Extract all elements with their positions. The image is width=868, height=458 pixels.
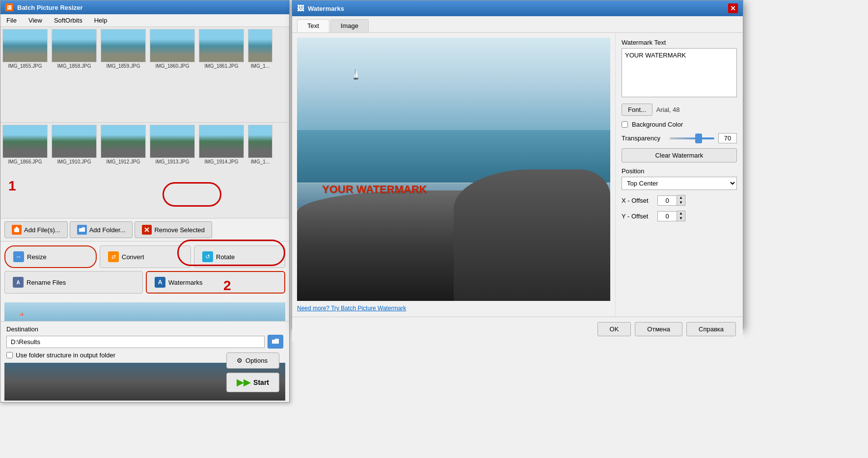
- list-item[interactable]: IMG_1855.JPG: [0, 27, 50, 122]
- list-item[interactable]: IMG_1859.JPG: [99, 27, 148, 122]
- rename-files-button[interactable]: A Rename Files: [4, 271, 143, 294]
- x-offset-up-button[interactable]: ▲: [677, 195, 685, 200]
- destination-input[interactable]: [6, 336, 265, 348]
- dialog-right-panel: Watermark Text YOUR WATERMARK Font... Ar…: [615, 33, 743, 317]
- list-item[interactable]: IMG_1858.JPG: [50, 27, 99, 122]
- font-button[interactable]: Font...: [622, 104, 652, 116]
- thumb-label: IMG_1860.JPG: [156, 63, 190, 69]
- bgcolor-row: Background Color: [622, 121, 737, 128]
- thumbnail-strip-2: IMG_1866.JPG IMG_1910.JPG IMG_1912.JPG I…: [0, 123, 289, 218]
- bgcolor-checkbox[interactable]: [622, 121, 628, 128]
- position-section: Position Top Center Top Left Top Right C…: [622, 167, 737, 190]
- folder-structure-checkbox[interactable]: [6, 352, 13, 358]
- options-button[interactable]: ⚙ Options: [226, 352, 279, 369]
- tab-image[interactable]: Image: [330, 19, 369, 32]
- position-label: Position: [622, 167, 737, 175]
- list-item[interactable]: IMG_1861.JPG: [197, 27, 246, 122]
- tab-text[interactable]: Text: [297, 19, 329, 32]
- position-select[interactable]: Top Center Top Left Top Right Center Bot…: [622, 177, 737, 190]
- transparency-value-input[interactable]: 70: [718, 133, 737, 143]
- thumbnail-strip: IMG_1855.JPG IMG_1858.JPG IMG_1859.JPG I…: [0, 27, 289, 123]
- menu-view[interactable]: View: [27, 16, 44, 25]
- ok-button[interactable]: OK: [597, 322, 631, 336]
- toolbar: Add File(s)... Add Folder... Remove Sele…: [0, 218, 289, 242]
- y-offset-row: Y - Offset 0 ▲ ▼: [622, 211, 737, 221]
- watermark-text-label: Watermark Text: [622, 39, 737, 46]
- thumb-label: IMG_1866.JPG: [8, 159, 42, 164]
- bottom-buttons: ⚙ Options ▶▶ Start: [226, 352, 279, 392]
- app-titlebar: 🖼 Batch Picture Resizer: [0, 0, 289, 14]
- add-files-button[interactable]: Add File(s)...: [4, 221, 68, 238]
- thumb-label: IMG_1912.JPG: [107, 159, 140, 164]
- bgcolor-label: Background Color: [632, 121, 683, 128]
- font-row: Font... Arial, 48: [622, 104, 737, 116]
- list-item[interactable]: IMG_1860.JPG: [148, 27, 197, 122]
- watermarks-label: Watermarks: [168, 279, 203, 286]
- watermarks-button[interactable]: A Watermarks: [146, 271, 285, 294]
- dialog-body: YOUR WATERMARK Need more? Try Batch Pict…: [292, 33, 743, 317]
- app-icon: 🖼: [5, 3, 13, 11]
- clear-watermark-button[interactable]: Clear Watermark: [622, 148, 737, 162]
- watermark-text-input[interactable]: YOUR WATERMARK: [622, 48, 737, 97]
- transparency-thumb[interactable]: [695, 134, 702, 143]
- thumb-label: IMG_1910.JPG: [57, 159, 91, 164]
- y-offset-spinner: 0 ▲ ▼: [657, 211, 685, 221]
- remove-selected-button[interactable]: Remove Selected: [135, 221, 212, 238]
- preview-sailboat: [353, 69, 357, 79]
- resize-label: Resize: [27, 253, 47, 261]
- help-button[interactable]: Справка: [686, 322, 736, 336]
- cancel-button[interactable]: Отмена: [635, 322, 682, 336]
- start-button[interactable]: ▶▶ Start: [226, 373, 279, 392]
- thumb-label: IMG_1859.JPG: [107, 63, 140, 69]
- thumb-label: IMG_1...: [251, 63, 270, 69]
- list-item[interactable]: IMG_1...: [246, 123, 274, 218]
- thumb-label: IMG_1861.JPG: [205, 63, 239, 69]
- transparency-slider[interactable]: [670, 137, 714, 139]
- thumb-label: IMG_1914.JPG: [205, 159, 239, 164]
- dialog-title: Watermarks: [308, 5, 344, 12]
- x-offset-input[interactable]: 0: [657, 195, 677, 206]
- add-folder-button[interactable]: Add Folder...: [70, 221, 133, 238]
- add-files-icon: [12, 225, 22, 235]
- annotation-2: 2: [223, 278, 231, 294]
- destination-label: Destination: [6, 325, 283, 333]
- list-item[interactable]: IMG_1912.JPG: [99, 123, 148, 218]
- x-offset-label: X - Offset: [622, 197, 653, 204]
- app-title: Batch Picture Resizer: [17, 4, 83, 11]
- rotate-icon: ↺: [202, 251, 213, 262]
- y-offset-down-button[interactable]: ▼: [677, 216, 685, 221]
- menu-file[interactable]: File: [4, 16, 19, 25]
- destination-input-row: [6, 335, 283, 349]
- y-offset-label: Y - Offset: [622, 213, 653, 220]
- rotate-button[interactable]: ↺ Rotate: [194, 245, 285, 268]
- thumb-label: IMG_1855.JPG: [8, 63, 42, 69]
- x-offset-row: X - Offset 0 ▲ ▼: [622, 195, 737, 206]
- watermarks-dialog: 🖼 Watermarks ✕ Text Image: [292, 0, 743, 329]
- thumb-label: IMG_1...: [251, 159, 270, 164]
- watermarks-icon: A: [155, 277, 165, 288]
- batch-watermark-link[interactable]: Need more? Try Batch Picture Watermark: [297, 305, 610, 312]
- resize-button[interactable]: ↔ Resize: [4, 245, 97, 268]
- x-offset-down-button[interactable]: ▼: [677, 200, 685, 205]
- remove-selected-icon: [142, 225, 152, 235]
- sailboat-decoration: ⛵: [19, 312, 24, 317]
- list-item[interactable]: IMG_1913.JPG: [148, 123, 197, 218]
- menu-help[interactable]: Help: [92, 16, 109, 25]
- sail: [354, 70, 358, 77]
- convert-button[interactable]: ⇄ Convert: [100, 245, 191, 268]
- list-item[interactable]: IMG_1866.JPG: [0, 123, 50, 218]
- add-files-label: Add File(s)...: [24, 226, 60, 234]
- watermark-text-section: Watermark Text YOUR WATERMARK: [622, 39, 737, 99]
- y-offset-input[interactable]: 0: [657, 211, 677, 221]
- menu-softorbits[interactable]: SoftOrbits: [52, 16, 84, 25]
- list-item[interactable]: IMG_1914.JPG: [197, 123, 246, 218]
- list-item[interactable]: IMG_1910.JPG: [50, 123, 99, 218]
- rotate-label: Rotate: [216, 253, 235, 261]
- start-icon: ▶▶: [237, 377, 250, 388]
- list-item[interactable]: IMG_1...: [246, 27, 274, 122]
- y-offset-up-button[interactable]: ▲: [677, 211, 685, 216]
- dialog-close-button[interactable]: ✕: [728, 3, 738, 13]
- add-folder-icon: [77, 225, 87, 235]
- convert-label: Convert: [122, 253, 144, 261]
- destination-folder-button[interactable]: [268, 335, 283, 349]
